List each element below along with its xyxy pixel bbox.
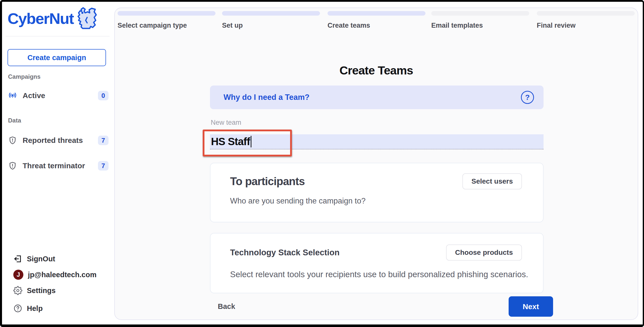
sidebar-item-label: Reported threats xyxy=(23,136,83,145)
sidebar-item-label: Active xyxy=(23,91,45,100)
signout-label: SignOut xyxy=(27,255,55,263)
avatar: J xyxy=(13,270,23,280)
threat-terminator-badge: 7 xyxy=(98,161,109,171)
step-progress-bar xyxy=(222,11,320,16)
section-label-data: Data xyxy=(8,117,21,124)
account-row[interactable]: J jp@haleedtech.com xyxy=(13,269,96,280)
broadcast-icon xyxy=(8,91,17,100)
sidebar: CyberNut Create campaign Campaigns Activ… xyxy=(2,2,114,324)
step-progress-bar xyxy=(118,11,216,16)
participants-card-description: Who are you sending the campaign to? xyxy=(230,196,543,206)
wizard-footer: Back Next xyxy=(210,296,544,317)
banner-text: Why do I need a Team? xyxy=(224,93,309,102)
signout-button[interactable]: SignOut xyxy=(13,253,55,265)
active-count-badge: 0 xyxy=(98,91,109,100)
settings-label: Settings xyxy=(27,287,56,295)
sidebar-divider xyxy=(6,36,110,36)
step-select-campaign-type[interactable]: Select campaign type xyxy=(118,22,187,29)
help-label: Help xyxy=(27,304,43,313)
brand-name: CyberNut xyxy=(8,10,74,27)
wizard-panel: Select campaign type Set up Create teams… xyxy=(114,8,638,320)
section-label-campaigns: Campaigns xyxy=(8,73,40,80)
settings-button[interactable]: Settings xyxy=(13,285,56,296)
participants-card: To participants Select users Who are you… xyxy=(210,163,544,222)
step-create-teams[interactable]: Create teams xyxy=(328,22,370,29)
sidebar-item-active[interactable]: Active 0 xyxy=(8,89,109,102)
help-icon xyxy=(13,304,22,313)
sidebar-item-reported-threats[interactable]: Reported threats 7 xyxy=(8,134,109,147)
text-caret xyxy=(251,136,251,147)
tech-stack-card-title: Technology Stack Selection xyxy=(230,248,340,257)
choose-products-button[interactable]: Choose products xyxy=(446,244,522,261)
step-progress-bar xyxy=(537,11,635,16)
logout-icon xyxy=(13,254,22,263)
sidebar-item-label: Threat terminator xyxy=(23,161,85,170)
gear-icon xyxy=(13,286,22,295)
step-final-review[interactable]: Final review xyxy=(537,22,576,29)
page-title: Create Teams xyxy=(115,63,638,77)
back-button[interactable]: Back xyxy=(218,302,235,311)
account-email: jp@haleedtech.com xyxy=(28,271,96,279)
team-input-label: New team xyxy=(211,119,241,127)
sidebar-item-threat-terminator[interactable]: Threat terminator 7 xyxy=(8,159,109,173)
team-name-input[interactable]: HS Staff xyxy=(210,134,544,149)
help-circle-icon[interactable]: ? xyxy=(521,91,534,104)
shield-alert-icon xyxy=(8,161,17,170)
step-email-templates[interactable]: Email templates xyxy=(431,22,483,29)
participants-card-title: To participants xyxy=(230,175,305,188)
select-users-button[interactable]: Select users xyxy=(462,173,522,189)
squirrel-icon xyxy=(74,6,98,30)
step-progress-bar xyxy=(328,11,425,16)
create-campaign-button[interactable]: Create campaign xyxy=(8,49,106,66)
help-button[interactable]: Help xyxy=(13,303,43,314)
tech-stack-card-description: Select relevant tools your recipients us… xyxy=(230,270,543,279)
shield-alert-icon xyxy=(8,136,17,145)
reported-threats-badge: 7 xyxy=(98,136,109,145)
next-button[interactable]: Next xyxy=(509,296,553,317)
why-team-banner[interactable]: Why do I need a Team? ? xyxy=(210,86,544,109)
team-name-value: HS Staff xyxy=(211,136,250,148)
step-set-up[interactable]: Set up xyxy=(222,22,243,29)
step-progress-bar xyxy=(431,11,529,16)
brand-logo[interactable]: CyberNut xyxy=(8,6,98,30)
tech-stack-card: Technology Stack Selection Choose produc… xyxy=(210,233,544,293)
